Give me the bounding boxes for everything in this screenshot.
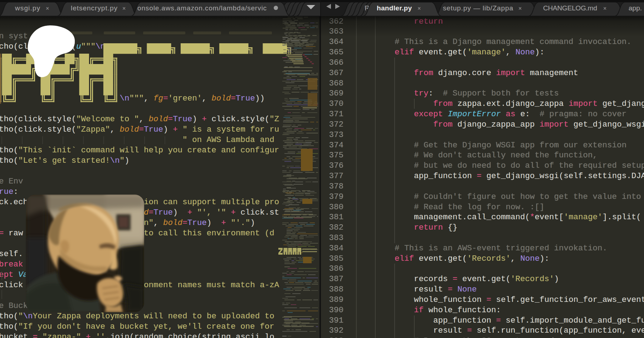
svg-text:×: × [603, 5, 606, 11]
svg-text:app.: app. [629, 4, 642, 12]
svg-text:CHANGELOG.md: CHANGELOG.md [543, 4, 597, 12]
svg-text:handler.py: handler.py [377, 4, 412, 12]
svg-text:×: × [46, 5, 49, 11]
svg-text:×: × [418, 5, 421, 11]
svg-text:×: × [518, 5, 522, 11]
svg-text:setup.py — lib/Zappa: setup.py — lib/Zappa [443, 4, 513, 12]
svg-text:onsole.aws.amazon.com/lambda/s: onsole.aws.amazon.com/lambda/servic [137, 4, 267, 12]
svg-text:wsgi.py: wsgi.py [15, 4, 40, 12]
svg-text:letsencrypt.py: letsencrypt.py [71, 4, 118, 12]
svg-text:×: × [122, 5, 126, 11]
